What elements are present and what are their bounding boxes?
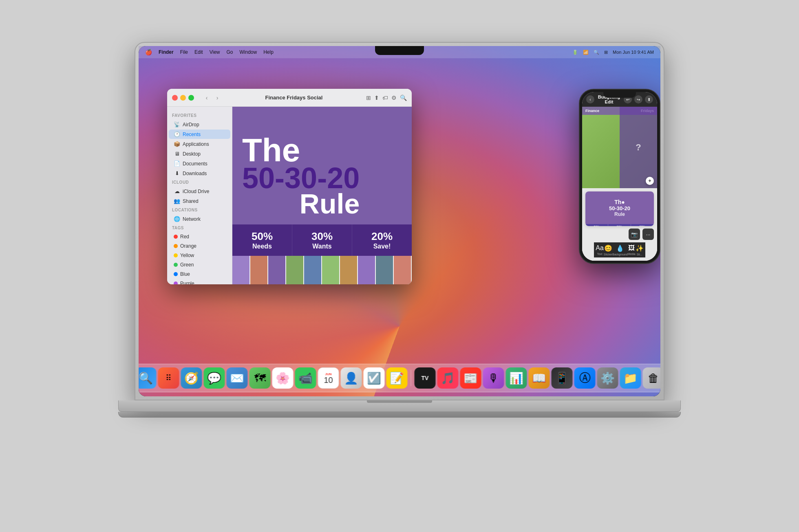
dock-trash-icon[interactable]: 🗑	[643, 367, 661, 389]
post-30-wants: 30% Wants	[292, 224, 352, 256]
dock-messages-icon[interactable]: 💬	[204, 367, 225, 389]
sidebar-tag-purple[interactable]: Purple	[169, 279, 230, 284]
iphone-back-button[interactable]: ‹	[586, 95, 594, 103]
sidebar-item-network[interactable]: 🌐 Network	[169, 214, 230, 224]
forward-button[interactable]: ›	[213, 93, 222, 102]
sticker-tool-label: Sticker	[604, 253, 612, 256]
sidebar-item-shared[interactable]: 👥 Shared	[169, 196, 230, 206]
dock-settings-icon[interactable]: ⚙️	[597, 367, 618, 389]
sidebar-item-recents[interactable]: 🕐 Recents	[169, 130, 230, 139]
search-icon[interactable]: 🔍	[594, 50, 599, 55]
menubar-window[interactable]: Window	[240, 49, 257, 55]
stickers2-tool-icon: ✨	[636, 244, 644, 252]
shared-icon: 👥	[174, 198, 180, 204]
iphone-tool-sticker[interactable]: 😊 Sticker	[604, 244, 612, 256]
sidebar-tag-green[interactable]: Green	[169, 260, 230, 269]
dock-music-icon[interactable]: 🎵	[437, 367, 459, 389]
menubar-file[interactable]: File	[180, 49, 188, 55]
sidebar-item-icloud-drive[interactable]: ☁ iCloud Drive	[169, 187, 230, 196]
dock-finder-icon[interactable]: 🔍	[139, 367, 157, 389]
search-icon[interactable]: 🔍	[400, 95, 407, 101]
iphone-add-button[interactable]: +	[646, 177, 654, 185]
dock-pages-icon[interactable]: 📖	[529, 367, 550, 389]
iphone-content: Finance Fridays ? +	[582, 107, 657, 261]
finder-title: Finance Fridays Social	[225, 95, 363, 101]
apple-menu-icon[interactable]: 🍎	[145, 49, 152, 55]
iphone-redo-button[interactable]: ↪	[634, 95, 642, 103]
iphone-tool-media[interactable]: 🖼 Media	[628, 244, 636, 255]
iphone-card-number-text: 50-30-20	[609, 205, 630, 211]
dock-contacts-icon[interactable]: 👤	[341, 367, 362, 389]
sidebar-airdrop-label: AirDrop	[183, 122, 199, 128]
maximize-button[interactable]	[188, 95, 194, 101]
sidebar-tag-orange[interactable]: Orange	[169, 242, 230, 251]
iphone-share-button[interactable]: ⬆	[645, 95, 653, 103]
wifi-icon: 📶	[583, 50, 589, 55]
close-button[interactable]	[172, 95, 178, 101]
dock-podcasts-icon[interactable]: 🎙	[483, 367, 504, 389]
dock-maps-icon[interactable]: 🗺	[249, 367, 271, 389]
downloads-icon: ⬇	[174, 170, 180, 176]
laptop-base	[118, 400, 681, 412]
iphone-tool-background[interactable]: 💧 Background	[612, 244, 627, 256]
dock-facetime-icon[interactable]: 📹	[295, 367, 316, 389]
iphone-action-buttons: 📷 ···	[629, 229, 654, 240]
sidebar-item-airdrop[interactable]: 📡 AirDrop	[169, 120, 230, 129]
dock-tv-icon[interactable]: TV	[415, 367, 436, 389]
recents-icon: 🕐	[174, 131, 180, 137]
sidebar-tag-blue[interactable]: Blue	[169, 270, 230, 279]
dock-photos-icon[interactable]: 🌸	[272, 367, 294, 389]
dock-iphone-mirror-icon[interactable]: 📱	[552, 367, 573, 389]
menubar-help[interactable]: Help	[263, 49, 274, 55]
post-pct-50: 50%	[252, 230, 273, 243]
sidebar-network-label: Network	[183, 216, 201, 222]
iphone-cell-20: 20%Save!	[631, 224, 654, 226]
iphone-card[interactable]: Th● 50-30-20 Rule 50%Needs 30%Wants	[585, 191, 654, 226]
menubar-go[interactable]: Go	[227, 49, 233, 55]
dock-mail-icon[interactable]: ✉️	[227, 367, 248, 389]
sidebar-applications-label: Applications	[183, 141, 209, 147]
action-menu-icon[interactable]: ⚙	[391, 95, 397, 101]
finder-content: The 50-30-20 Rule	[232, 107, 412, 284]
iphone-tool-stickers2[interactable]: ✨ Sti...	[636, 244, 644, 256]
dock-safari-icon[interactable]: 🧭	[181, 367, 202, 389]
dock-reminders-icon[interactable]: ☑️	[364, 367, 385, 389]
share-icon[interactable]: ⬆	[374, 95, 379, 101]
sidebar-item-documents[interactable]: 📄 Documents	[169, 159, 230, 168]
dock-notes-icon[interactable]: 📝	[386, 367, 408, 389]
sidebar-item-desktop[interactable]: 🖥 Desktop	[169, 149, 230, 158]
dock-appstore-icon[interactable]: Ⓐ	[574, 367, 596, 389]
dock-calendar-icon[interactable]: JUN 10	[318, 367, 339, 389]
clock-display: Mon Jun 10 9:41 AM	[613, 50, 654, 55]
tag-purple-dot	[174, 281, 178, 284]
thumb-6	[322, 256, 340, 284]
tag-yellow-dot	[174, 253, 178, 257]
post-label-wants: Wants	[312, 243, 331, 250]
iphone-camera-button[interactable]: 📷	[629, 229, 640, 240]
view-options-icon[interactable]: ⊞	[366, 95, 371, 101]
dock-folder-icon[interactable]: 📁	[620, 367, 641, 389]
tag-blue-dot	[174, 272, 178, 276]
sidebar-item-applications[interactable]: 📦 Applications	[169, 139, 230, 149]
iphone-finance-label: Finance	[585, 109, 599, 113]
sidebar-tag-yellow[interactable]: Yellow	[169, 251, 230, 260]
dock-launchpad-icon[interactable]: ⠿	[158, 367, 179, 389]
background-tool-icon: 💧	[616, 244, 624, 252]
window-controls	[172, 95, 194, 101]
iphone-more-button[interactable]: ···	[642, 229, 654, 240]
dock-news-icon[interactable]: 📰	[460, 367, 481, 389]
sidebar-item-downloads[interactable]: ⬇ Downloads	[169, 169, 230, 178]
iphone-tool-text[interactable]: Aa Text	[596, 244, 604, 255]
menubar-edit[interactable]: Edit	[194, 49, 203, 55]
tag-icon[interactable]: 🏷	[382, 95, 388, 101]
menubar-app-name[interactable]: Finder	[159, 49, 174, 55]
dock-numbers-icon[interactable]: 📊	[506, 367, 527, 389]
applications-icon: 📦	[174, 141, 180, 147]
battery-icon: 🔋	[572, 50, 578, 55]
menubar-view[interactable]: View	[210, 49, 220, 55]
back-button[interactable]: ‹	[202, 93, 211, 102]
sidebar-tag-red[interactable]: Red	[169, 232, 230, 241]
minimize-button[interactable]	[180, 95, 186, 101]
iphone-card-area: Th● 50-30-20 Rule 50%Needs 30%Wants	[582, 188, 657, 261]
control-center-icon[interactable]: ⊞	[604, 50, 608, 55]
